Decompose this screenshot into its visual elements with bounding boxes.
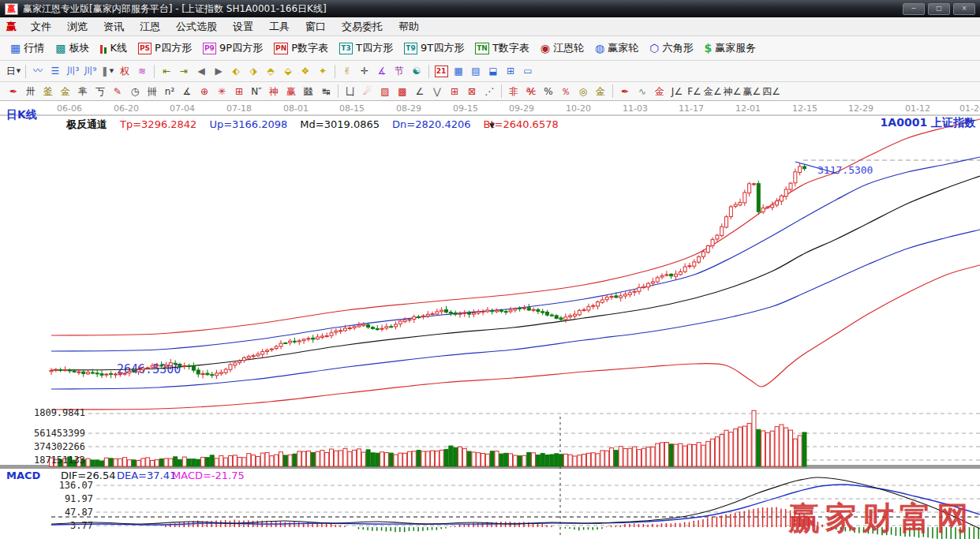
menu-item-4[interactable]: 公式选股: [168, 18, 225, 36]
four-angle-tool[interactable]: 四∠: [761, 84, 781, 99]
win-grid-tool[interactable]: 赢: [282, 84, 300, 99]
winner-service-button-label: 赢家服务: [715, 41, 756, 55]
gold-angle-tool[interactable]: 金: [651, 84, 668, 99]
winner-wheel-button[interactable]: ◍赢家轮: [589, 39, 644, 57]
t-number-button[interactable]: TNT数字表: [469, 39, 535, 57]
gold-ruler-tool[interactable]: 金: [57, 84, 74, 99]
time-circle-tool[interactable]: ◷: [126, 84, 144, 99]
pan-tool[interactable]: ✌: [339, 64, 356, 78]
slant-lines-tool[interactable]: ⋰: [481, 84, 498, 99]
diamond-right-tool[interactable]: ⬗: [245, 64, 262, 78]
wave-tool[interactable]: ∿: [634, 84, 651, 99]
win-angle-tool[interactable]: 赢∠: [742, 84, 762, 99]
print-tool[interactable]: ▭: [519, 64, 537, 78]
cycle-tool[interactable]: ☯: [408, 64, 425, 78]
menu-item-1[interactable]: 浏览: [59, 18, 95, 36]
percent-tool[interactable]: %: [540, 84, 557, 99]
bars-9-tool[interactable]: 川⁹: [81, 64, 99, 78]
pen-ruler-tool[interactable]: ✎: [109, 84, 126, 99]
hexagon-button[interactable]: ⬡六角形: [644, 39, 698, 57]
target-cross-tool[interactable]: ⊕: [196, 84, 213, 99]
prev-bar-button[interactable]: ◀: [193, 64, 210, 78]
diamond-down-tool[interactable]: ⬙: [279, 64, 297, 78]
width-measure-tool[interactable]: ↹: [317, 84, 335, 99]
next-bar-button[interactable]: ▶: [210, 64, 227, 78]
vee-tool[interactable]: ⋁: [428, 84, 446, 99]
zigzag-tool[interactable]: 〰: [29, 64, 47, 78]
j-angle-tool[interactable]: J∠: [668, 84, 686, 99]
sectors-button[interactable]: ▩板块: [50, 39, 95, 57]
t-square-button[interactable]: T3T四方形: [334, 39, 398, 57]
comb-tool[interactable]: 卌: [144, 84, 161, 99]
kline-color-tool[interactable]: 权: [116, 64, 133, 78]
menu-item-3[interactable]: 江恩: [132, 18, 168, 36]
brush-tool[interactable]: ✒: [5, 84, 22, 99]
festival-tool[interactable]: 节: [391, 64, 408, 78]
menu-item-7[interactable]: 窗口: [297, 18, 334, 36]
shen-grid-tool[interactable]: 神: [265, 84, 282, 99]
t9-square-button[interactable]: T99T四方形: [398, 39, 469, 57]
star-circle-tool[interactable]: ✳: [213, 84, 230, 99]
square-grid-tool[interactable]: ⊞: [446, 84, 463, 99]
winner-service-button[interactable]: $赢家服务: [699, 39, 762, 57]
p-number-button[interactable]: PNP数字表: [268, 39, 334, 57]
screenshot-tool[interactable]: ⊞: [502, 64, 519, 78]
grid-box-tool[interactable]: ⊞: [230, 84, 248, 99]
crosshair-tool[interactable]: ✛: [356, 64, 373, 78]
quotes-button[interactable]: ▦行情: [5, 39, 50, 57]
last-bar-button[interactable]: ⇥: [175, 64, 193, 78]
notes-tool[interactable]: ▤: [467, 64, 484, 78]
gold-grid-tool[interactable]: 釜: [39, 84, 57, 99]
k-mark-tool[interactable]: Ν″: [248, 84, 265, 99]
scale-tool[interactable]: 非: [505, 84, 522, 99]
period-day-dropdown[interactable]: 日▼: [5, 64, 22, 78]
candle-style-dropdown[interactable]: ❚▼: [99, 64, 116, 78]
minimize-button[interactable]: ─: [903, 3, 925, 15]
ruler-12-tool[interactable]: 㡭: [300, 84, 317, 99]
shen-angle-tool[interactable]: 神∠: [723, 84, 742, 99]
quote-list-tool[interactable]: ☰: [47, 64, 64, 78]
grid-fan-tool[interactable]: ▩: [394, 84, 411, 99]
p9-square-button[interactable]: P99P四方形: [197, 39, 268, 57]
first-bar-button[interactable]: ⇤: [158, 64, 175, 78]
bars-3-tool[interactable]: 川³: [64, 64, 81, 78]
maximize-button[interactable]: □: [928, 3, 950, 15]
percent-line-tool[interactable]: ℀: [522, 84, 540, 99]
close-button[interactable]: ×: [953, 3, 975, 15]
gann-grid-tool[interactable]: 卅: [22, 84, 39, 99]
fibo-grid-tool[interactable]: 芈: [74, 84, 92, 99]
menu-item-0[interactable]: 文件: [23, 18, 59, 36]
diamond-left-tool[interactable]: ⬖: [227, 64, 245, 78]
spiral-tool[interactable]: 丂: [92, 84, 109, 99]
menu-item-5[interactable]: 设置: [225, 18, 261, 36]
diamond-star-tool[interactable]: ✦: [314, 64, 331, 78]
volume-profile-tool[interactable]: ≋: [133, 64, 151, 78]
gold-circle-tool[interactable]: ◎: [574, 84, 592, 99]
gold2-angle-tool[interactable]: 金∠: [703, 84, 723, 99]
menu-item-6[interactable]: 工具: [261, 18, 297, 36]
volume-axis-label: 187151133: [24, 455, 85, 466]
percent-bar-tool[interactable]: ％: [557, 84, 574, 99]
p-square-button[interactable]: PSP四方形: [133, 39, 197, 57]
calculator-tool[interactable]: ▦: [450, 64, 467, 78]
save-tool[interactable]: ⬓: [484, 64, 502, 78]
diamond-cross-tool[interactable]: ❖: [297, 64, 314, 78]
ray-fan-tool[interactable]: ☄: [359, 84, 376, 99]
square-grid2-tool[interactable]: ⊠: [463, 84, 481, 99]
menu-item-8[interactable]: 交易委托: [334, 18, 391, 36]
diamond-up-tool[interactable]: ⬘: [262, 64, 279, 78]
square-n-tool[interactable]: n²: [161, 84, 178, 99]
fan-box-tool[interactable]: ▨: [376, 84, 394, 99]
calendar-tool[interactable]: 21: [432, 64, 450, 78]
angle-line-tool[interactable]: ∡: [178, 84, 196, 99]
angle-measure-tool[interactable]: ∡: [373, 64, 391, 78]
gold-line-tool[interactable]: 金: [592, 84, 609, 99]
box-tool[interactable]: 凵: [342, 84, 359, 99]
menu-item-2[interactable]: 资讯: [95, 18, 132, 36]
f-angle-tool[interactable]: F∠: [686, 84, 703, 99]
angles-tool[interactable]: ∠: [411, 84, 428, 99]
kline-button[interactable]: K线: [95, 39, 133, 57]
gann-wheel-button[interactable]: ◉江恩轮: [535, 39, 589, 57]
menu-item-9[interactable]: 帮助: [391, 18, 427, 36]
pen2-tool[interactable]: ✒: [616, 84, 634, 99]
